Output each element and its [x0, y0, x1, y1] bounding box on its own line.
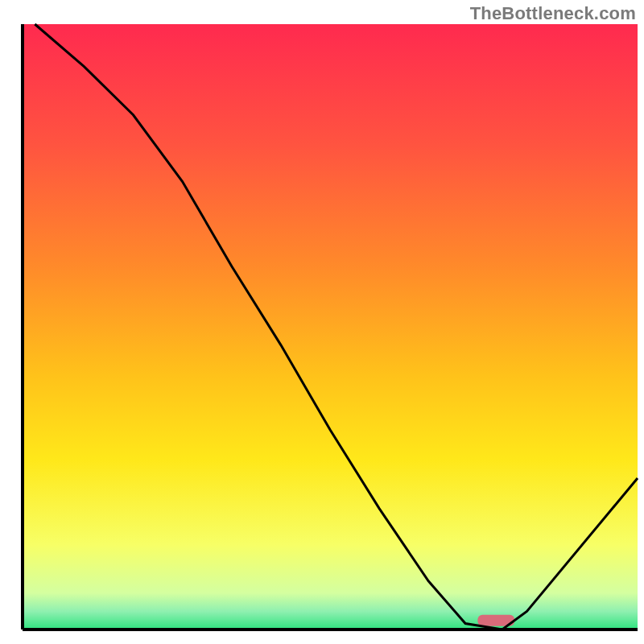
bottleneck-chart [0, 0, 644, 644]
watermark-text: TheBottleneck.com [470, 3, 636, 24]
plot-background-gradient [23, 24, 638, 630]
